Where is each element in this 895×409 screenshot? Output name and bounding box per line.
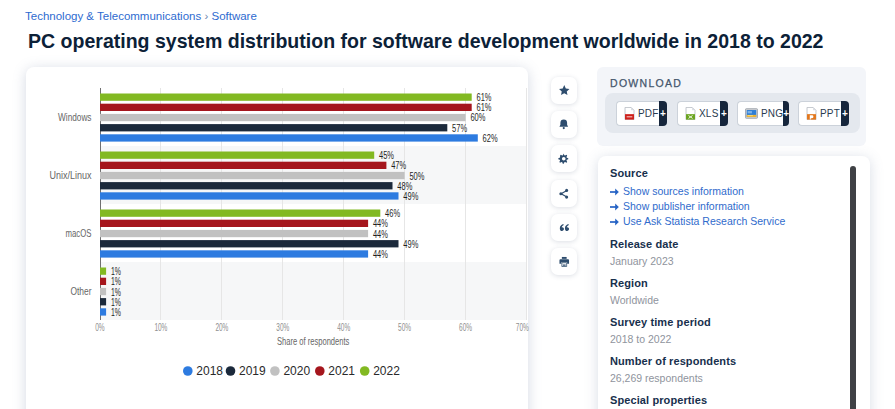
svg-text:70%: 70% [516, 321, 529, 333]
svg-text:30%: 30% [276, 321, 289, 333]
svg-text:Share of respondents: Share of respondents [277, 335, 350, 347]
svg-text:2020: 2020 [283, 364, 310, 378]
svg-text:60%: 60% [459, 321, 472, 333]
svg-text:44%: 44% [373, 228, 388, 240]
svg-text:10%: 10% [154, 321, 167, 333]
svg-text:50%: 50% [398, 321, 411, 333]
svg-text:2022: 2022 [373, 364, 400, 378]
svg-text:62%: 62% [483, 132, 498, 144]
svg-text:47%: 47% [391, 159, 406, 171]
svg-text:2021: 2021 [328, 364, 355, 378]
svg-text:44%: 44% [373, 248, 388, 260]
svg-text:40%: 40% [337, 321, 350, 333]
svg-text:Other: Other [71, 285, 92, 297]
svg-text:20%: 20% [215, 321, 228, 333]
svg-text:Unix/Linux: Unix/Linux [50, 169, 92, 181]
svg-text:0%: 0% [95, 321, 105, 333]
svg-text:49%: 49% [403, 190, 418, 202]
svg-text:macOS: macOS [66, 227, 92, 239]
svg-text:2018: 2018 [196, 364, 223, 378]
svg-text:2019: 2019 [239, 364, 266, 378]
svg-text:1%: 1% [111, 306, 121, 318]
svg-text:57%: 57% [452, 122, 467, 134]
svg-text:Windows: Windows [58, 111, 92, 123]
svg-text:49%: 49% [403, 238, 418, 250]
svg-text:60%: 60% [470, 111, 485, 123]
